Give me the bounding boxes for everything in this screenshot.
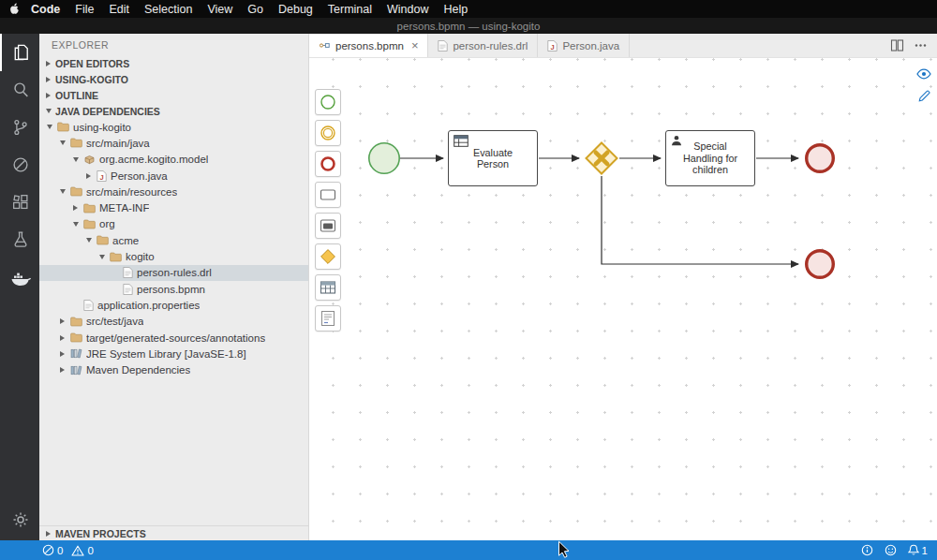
split-editor-button[interactable] <box>890 38 904 52</box>
menu-item-view[interactable]: View <box>200 3 240 16</box>
sidebar-sections: OPEN EDITORSUSING-KOGITOOUTLINEJAVA DEPE… <box>39 55 308 119</box>
tab-person-java[interactable]: JPerson.java <box>538 34 630 57</box>
menu-item-code[interactable]: Code <box>23 3 67 16</box>
vscode-window: Code FileEditSelectionViewGoDebugTermina… <box>0 0 937 560</box>
start-event-node[interactable] <box>366 140 402 180</box>
section-maven-projects[interactable]: MAVEN PROJECTS <box>39 525 308 540</box>
section-label: USING-KOGITO <box>55 74 128 85</box>
close-tab-icon[interactable]: × <box>411 38 419 52</box>
errors-status[interactable]: 0 <box>42 544 63 556</box>
tree-item-label: using-kogito <box>73 122 131 133</box>
tab-label: Person.java <box>562 40 619 52</box>
chevron-down-icon[interactable] <box>84 236 93 245</box>
chevron-right-icon[interactable] <box>84 171 93 181</box>
tree-item-org-acme-kogito-model[interactable]: org.acme.kogito.model <box>39 152 308 168</box>
chevron-down-icon[interactable] <box>58 139 67 148</box>
menu-item-terminal[interactable]: Terminal <box>320 3 379 16</box>
debug-button[interactable] <box>0 146 39 184</box>
chevron-right-icon[interactable] <box>44 75 52 84</box>
menu-item-selection[interactable]: Selection <box>137 3 200 16</box>
notifications-bell-icon <box>908 544 919 556</box>
task-node-special-handling[interactable]: Special Handling for children <box>665 130 755 186</box>
settings-gear-icon <box>11 510 30 529</box>
end-event-node[interactable] <box>803 247 837 285</box>
tree-item-src-main-resources[interactable]: src/main/resources <box>39 184 308 199</box>
chevron-right-icon[interactable] <box>58 349 67 359</box>
errors-icon <box>42 544 54 556</box>
java-class-icon: J <box>97 170 107 182</box>
explorer-icon <box>10 42 32 64</box>
chevron-down-icon[interactable] <box>44 107 52 116</box>
tree-item-acme[interactable]: acme <box>39 232 308 248</box>
more-actions-icon <box>914 38 928 52</box>
chevron-down-icon[interactable] <box>58 187 67 197</box>
chevron-right-icon[interactable] <box>44 59 52 68</box>
tree-item-meta-inf[interactable]: META-INF <box>39 199 308 215</box>
chevron-spacer <box>71 301 80 310</box>
preview-eye-icon <box>916 68 931 80</box>
tree-item-label: src/main/resources <box>86 186 177 198</box>
chevron-down-icon[interactable] <box>71 219 80 228</box>
end-event-node[interactable] <box>803 141 837 179</box>
chevron-right-icon[interactable] <box>58 365 67 375</box>
file-tree: using-kogitosrc/main/javaorg.acme.kogito… <box>39 119 308 378</box>
tree-item-target-generated-sources-annotations[interactable]: target/generated-sources/annotations <box>39 330 308 346</box>
notifications-bell-status[interactable]: 1 <box>908 544 928 556</box>
tree-item-src-test-java[interactable]: src/test/java <box>39 314 308 330</box>
apple-icon[interactable] <box>9 3 20 15</box>
tree-item-person-rules-drl[interactable]: person-rules.drl <box>39 265 308 281</box>
tree-item-maven-dependencies[interactable]: Maven Dependencies <box>39 361 308 377</box>
bpmn-canvas[interactable]: Evaluate Person Special Handling for chi… <box>309 58 937 540</box>
menu-item-file[interactable]: File <box>67 3 101 16</box>
tree-item-persons-bpmn[interactable]: persons.bpmn <box>39 281 308 297</box>
extensions-button[interactable] <box>0 184 39 221</box>
tree-item-label: JRE System Library [JavaSE-1.8] <box>86 348 246 360</box>
tree-item-src-main-java[interactable]: src/main/java <box>39 135 308 151</box>
menu-item-debug[interactable]: Debug <box>271 3 320 16</box>
exclusive-gateway-node[interactable] <box>583 140 620 181</box>
chevron-right-icon[interactable] <box>71 203 80 213</box>
status-value: 0 <box>87 545 93 556</box>
docker-button[interactable] <box>0 258 39 296</box>
search-button[interactable] <box>0 71 39 109</box>
menu-item-edit[interactable]: Edit <box>101 3 137 16</box>
feedback-smiley-status[interactable] <box>885 544 897 556</box>
menu-item-window[interactable]: Window <box>379 3 436 16</box>
settings-gear-button[interactable] <box>0 501 39 538</box>
info-icon <box>861 544 873 556</box>
section-using-kogito[interactable]: USING-KOGITO <box>39 71 308 87</box>
section-outline[interactable]: OUTLINE <box>39 87 308 103</box>
tree-item-org[interactable]: org <box>39 216 308 232</box>
chevron-right-icon[interactable] <box>44 529 52 538</box>
svg-text:J: J <box>551 42 555 51</box>
chevron-right-icon[interactable] <box>58 317 67 326</box>
chevron-down-icon[interactable] <box>71 155 80 164</box>
menu-item-go[interactable]: Go <box>240 3 271 16</box>
chevron-right-icon[interactable] <box>58 333 67 343</box>
tree-item-person-java[interactable]: JPerson.java <box>39 168 308 184</box>
tree-item-kogito[interactable]: kogito <box>39 248 308 264</box>
tab-persons-bpmn[interactable]: persons.bpmn× <box>309 34 428 57</box>
source-control-button[interactable] <box>0 109 39 146</box>
chevron-down-icon[interactable] <box>97 252 106 261</box>
info-status[interactable] <box>861 544 873 556</box>
tree-item-application-properties[interactable]: application.properties <box>39 297 308 313</box>
warnings-status[interactable]: 0 <box>71 545 93 556</box>
menu-item-help[interactable]: Help <box>437 3 476 16</box>
task-node-evaluate-person[interactable]: Evaluate Person <box>448 130 538 186</box>
tab-person-rules-drl[interactable]: person-rules.drl <box>428 34 538 57</box>
tree-item-jre-system-library-javase-1-8[interactable]: JRE System Library [JavaSE-1.8] <box>39 346 308 361</box>
chevron-right-icon[interactable] <box>44 91 52 100</box>
tree-item-using-kogito[interactable]: using-kogito <box>39 119 308 135</box>
preview-eye-button[interactable] <box>915 66 932 81</box>
explorer-button[interactable] <box>0 34 39 71</box>
test-flask-button[interactable] <box>0 221 39 258</box>
status-bar: 00 1 <box>0 540 937 560</box>
debug-icon <box>10 155 31 175</box>
sequence-flow-edge[interactable] <box>602 176 798 264</box>
chevron-down-icon[interactable] <box>45 123 53 132</box>
edit-pencil-button[interactable] <box>915 89 932 103</box>
section-java-dependencies[interactable]: JAVA DEPENDENCIES <box>39 103 308 119</box>
more-actions-button[interactable] <box>914 38 928 52</box>
section-open-editors[interactable]: OPEN EDITORS <box>39 55 308 71</box>
